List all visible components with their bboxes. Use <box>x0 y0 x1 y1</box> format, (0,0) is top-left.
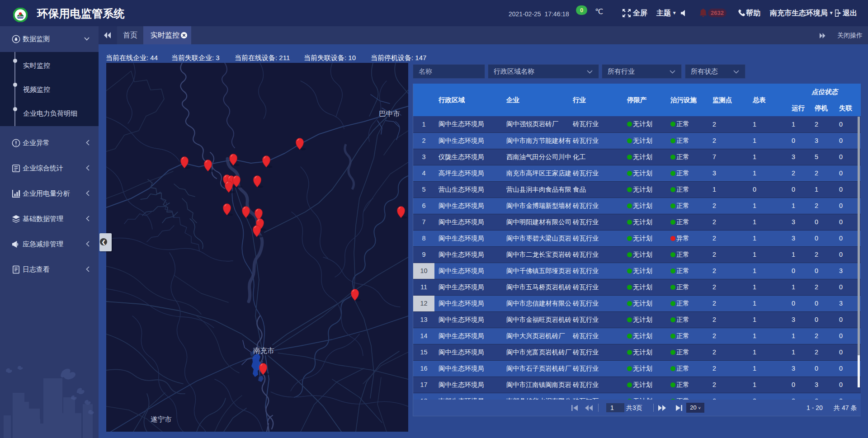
svg-text:南充市: 南充市 <box>253 347 274 354</box>
svg-text:巴中市: 巴中市 <box>379 110 400 118</box>
svg-text:遂宁市: 遂宁市 <box>151 415 172 423</box>
